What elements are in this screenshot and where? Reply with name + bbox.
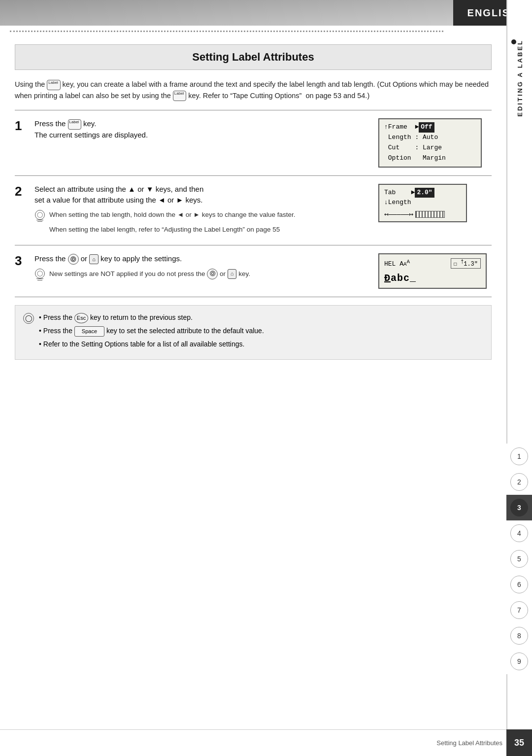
step-1-content: Press the Label key. The current setting…	[34, 118, 370, 144]
step-3-title: Press the Ⓞ or ⌂ key to apply the settin…	[34, 253, 370, 265]
display3-chars: abc_	[391, 273, 416, 284]
steps-container: 1 Press the Label key. The current setti…	[15, 110, 492, 297]
page-numbers: 1 2 3 4 5 6 7 8 9	[506, 444, 532, 674]
intro-text-before-key1: Using the	[15, 80, 47, 88]
screen-row-tab: Tab ►2.0"	[384, 188, 461, 198]
header-left	[0, 0, 453, 26]
note-1-icon-wrap: ◯	[34, 210, 45, 222]
page-num-8[interactable]: 8	[506, 623, 532, 649]
tip-row-container: ◯ • Press the Esc key to return to the p…	[23, 312, 483, 349]
step-3-note-1: ◯ New settings are NOT applied if you do…	[34, 269, 370, 280]
bulb-lines-4	[37, 280, 42, 280]
page-num-4[interactable]: 4	[506, 520, 532, 546]
page-num-3[interactable]: 3	[506, 495, 532, 520]
display3-top-row: HEL AAA ☐ †1.3"	[384, 258, 481, 269]
step-2-title: Select an attribute using the ▲ or ▼ key…	[34, 184, 370, 206]
page-num-6[interactable]: 6	[506, 572, 532, 597]
tip-box: ◯ • Press the Esc key to return to the p…	[15, 305, 492, 360]
tip-1-text-before: • Press the	[39, 313, 74, 321]
step-1-screen: ↑Frame ►Off Length : Auto Cut : Large Op…	[378, 118, 482, 167]
page-num-7[interactable]: 7	[506, 597, 532, 623]
page-title: Setting Label Attributes	[192, 51, 314, 63]
screen-row-length: Length : Auto	[384, 133, 476, 143]
sidebar-label: EDITING A LABEL	[516, 39, 524, 117]
page-num-2[interactable]: 2	[506, 469, 532, 495]
tape-key-step3: ⌂	[89, 254, 99, 265]
bottom-bar: Setting Label Attributes 35	[0, 729, 532, 756]
page-num-1[interactable]: 1	[506, 444, 532, 469]
step-1-display: ↑Frame ►Off Length : Auto Cut : Large Op…	[378, 118, 492, 167]
tip-3: • Refer to the Setting Options table for…	[39, 339, 264, 350]
page-title-box: Setting Label Attributes	[15, 44, 492, 70]
step-3-note-text: New settings are NOT applied if you do n…	[49, 269, 250, 279]
bulb-lines-1	[36, 220, 43, 220]
step-3-apply-text: key to apply the settings.	[100, 254, 182, 263]
bulb-lines-3	[36, 278, 43, 279]
step-1-key-text: key.	[83, 119, 96, 128]
step-2-title-p1: Select an attribute using the ▲ or ▼ key…	[34, 185, 203, 193]
step-2-display: Tab ►2.0" ↓Length ↤―――――↦	[378, 184, 492, 223]
tip-1: • Press the Esc key to return to the pre…	[39, 312, 264, 323]
intro-paragraph: Using the Label key, you can create a la…	[15, 79, 492, 101]
ok-key-note: Ⓞ	[207, 269, 218, 279]
bulb-lines-2	[37, 221, 42, 222]
note-or-text: or	[220, 270, 228, 277]
bulb-icon-3: ◯	[35, 269, 45, 278]
step-2-note-1-text: When setting the tab length, hold down t…	[49, 210, 296, 220]
step-3-or-text: or	[81, 254, 90, 263]
step-2-note-2-text: When setting the label length, refer to …	[49, 225, 280, 235]
step-2-note-1: ◯ When setting the tab length, hold down…	[34, 210, 370, 222]
label-key-intro-2: Label	[173, 91, 186, 101]
step-3-screen: HEL AAA ☐ †1.3" Đabc_	[378, 253, 487, 289]
step-1-label-key: Label	[68, 119, 81, 130]
ruler-pattern	[415, 211, 445, 218]
step-2-note-2: When setting the label length, refer to …	[34, 225, 370, 235]
ruler-display: ↤―――――↦	[384, 210, 461, 218]
tip-list: • Press the Esc key to return to the pre…	[39, 312, 264, 349]
cursor-char: Đ	[384, 273, 391, 284]
tip-1-text-after: key to return to the previous step.	[90, 313, 193, 321]
step-1-row: 1 Press the Label key. The current setti…	[15, 110, 492, 175]
display3-hel: HEL AAA	[384, 259, 410, 268]
tip-3-text: • Refer to the Setting Options table for…	[39, 340, 244, 348]
step-3-display: HEL AAA ☐ †1.3" Đabc_	[378, 253, 492, 289]
space-key: Space	[74, 326, 104, 337]
note-key-text: key.	[238, 270, 250, 277]
esc-key: Esc	[74, 313, 88, 323]
tape-key-note: ⌂	[228, 269, 237, 279]
off-highlight: Off	[419, 122, 434, 133]
sidebar-bullet	[511, 39, 516, 44]
top-header: ENGLISH	[0, 0, 532, 26]
page-num-5[interactable]: 5	[506, 546, 532, 572]
tip-2-text-before: • Press the	[39, 327, 74, 335]
step-2-screen: Tab ►2.0" ↓Length ↤―――――↦	[378, 184, 467, 223]
intro-text-after-key2: key. Refer to “Tape Cutting Options” on …	[188, 92, 369, 100]
step-1-press-text: Press the	[34, 119, 68, 128]
step-1-subtitle: The current settings are displayed.	[34, 131, 148, 139]
screen-row-frame: ↑Frame ►Off	[384, 122, 476, 133]
tip-bulb-icon: ◯	[23, 313, 34, 324]
tab-value-highlight: 2.0"	[415, 188, 434, 198]
step-3-content: Press the Ⓞ or ⌂ key to apply the settin…	[34, 253, 370, 283]
ok-key-step3: Ⓞ	[68, 254, 79, 265]
step-2-content: Select an attribute using the ▲ or ▼ key…	[34, 184, 370, 238]
step-3-row: 3 Press the Ⓞ or ⌂ key to apply the sett…	[15, 245, 492, 297]
screen-row-cut: Cut : Large	[384, 143, 476, 153]
step-1-title: Press the Label key. The current setting…	[34, 118, 370, 140]
step-3-press-text: Press the	[34, 254, 68, 263]
main-content: Setting Label Attributes Using the Label…	[0, 26, 506, 729]
display3-text: Đabc_	[384, 273, 481, 284]
step-2-title-p2: set a value for that attribute using the…	[34, 196, 203, 204]
bulb-icon-1: ◯	[35, 210, 45, 220]
label-key-intro-1: Label	[47, 80, 60, 90]
bottom-page-label: Setting Label Attributes	[436, 739, 502, 747]
note-3-icon-wrap: ◯	[34, 269, 45, 280]
step-2-row: 2 Select an attribute using the ▲ or ▼ k…	[15, 176, 492, 246]
page-num-9[interactable]: 9	[506, 649, 532, 674]
screen-row-option: Option Margin	[384, 153, 476, 164]
tip-2-text-after: key to set the selected attribute to the…	[106, 327, 264, 335]
step-1-number: 1	[15, 118, 30, 132]
step-3-notes: ◯ New settings are NOT applied if you do…	[34, 269, 370, 280]
bottom-page-num: 35	[506, 729, 532, 756]
tip-2: • Press the Space key to set the selecte…	[39, 326, 264, 337]
